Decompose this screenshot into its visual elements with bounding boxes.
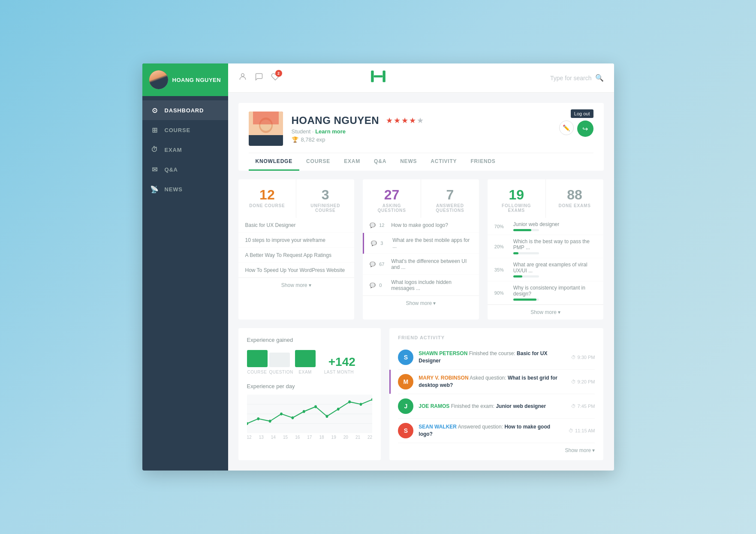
tab-knowledge[interactable]: KNOWLEDGE	[249, 153, 300, 171]
heart-icon[interactable]: 2	[271, 72, 280, 83]
sidebar-item-news[interactable]: 📡 NEWS	[142, 179, 228, 199]
exams-show-more[interactable]: Show more ▾	[488, 305, 604, 320]
friend-show-more[interactable]: Show more ▾	[398, 443, 595, 453]
sidebar-item-qa[interactable]: ✉ Q&A	[142, 160, 228, 179]
exams-list: 70% Junior web designer 20% Which is the…	[488, 218, 604, 305]
exp-per-day-title: Experience per day	[247, 383, 373, 389]
list-item: 20% Which is the best way to pass the PM…	[488, 235, 604, 258]
list-item: 💬 67 What's the difference between UI an…	[363, 254, 479, 275]
friend-subject: Junior web designer	[496, 403, 546, 409]
sidebar-item-dashboard[interactable]: ⊙ DASHBOARD	[142, 100, 228, 120]
sidebar-label-exam: EXAM	[165, 147, 182, 153]
sidebar-label-course: COURSE	[165, 127, 190, 133]
tab-friends[interactable]: FRIENDS	[464, 153, 502, 171]
exams-stat-header: 19 FOLLOWING EXAMS 88 DONE EXAMS	[488, 179, 604, 218]
done-exams-block: 88 DONE EXAMS	[546, 179, 604, 218]
svg-point-0	[241, 74, 244, 77]
questions-stat-card: 27 ASKING QUESTIONS 7 ANSWERED QUESTIONS…	[363, 179, 479, 320]
list-item: How To Speed Up Your WordPress Website	[238, 263, 355, 278]
comment-icon: 💬	[370, 283, 376, 288]
svg-point-17	[291, 416, 294, 419]
tab-activity[interactable]: ACTIVITY	[424, 153, 464, 171]
following-exams-label: FOLLOWING EXAMS	[494, 203, 539, 213]
sidebar: HOANG NGUYEN ⊙ DASHBOARD ⊞ COURSE ⏱ EXAM…	[142, 63, 228, 471]
exp-bar-question: QUESTION	[269, 353, 293, 374]
comment-icon: 💬	[370, 262, 376, 267]
profile-section: HOANG NGUYEN ★★★★★ Student · Learn more …	[238, 103, 604, 171]
stats-grid: 12 DONE COURSE 3 UNFINISHED COURSE Basic…	[238, 179, 604, 320]
logout-button[interactable]: ↪	[577, 121, 593, 137]
svg-rect-6	[249, 135, 283, 146]
star-rating: ★★★★★	[386, 116, 425, 125]
friend-name: SEAN WALKER	[419, 424, 457, 430]
done-exams-number: 88	[553, 188, 597, 202]
questions-list: 💬 12 How to make good logo? 💬 3 What are…	[363, 218, 479, 296]
friend-text: SHAWN PETERSON Finished the course: Basi…	[419, 350, 566, 365]
profile-info: HOANG NGUYEN ★★★★★ Student · Learn more …	[292, 115, 551, 143]
questions-show-more[interactable]: Show more ▾	[363, 296, 479, 311]
sidebar-label-qa: Q&A	[165, 166, 178, 173]
edit-button[interactable]: ✏️	[559, 121, 574, 135]
friend-name: SHAWN PETERSON	[419, 350, 467, 356]
exam-icon: ⏱	[151, 146, 159, 154]
sidebar-profile[interactable]: HOANG NGUYEN	[142, 63, 228, 96]
sidebar-label-dashboard: DASHBOARD	[165, 107, 204, 114]
sidebar-item-exam[interactable]: ⏱ EXAM	[142, 140, 228, 160]
exp-bar-exam: EXAM	[295, 350, 316, 374]
message-icon[interactable]	[255, 72, 263, 83]
done-course-block: 12 DONE COURSE	[238, 179, 297, 218]
bottom-grid: Experience gained COURSE QUESTION EXA	[238, 328, 604, 460]
list-item: 💬 12 How to make good logo?	[363, 218, 479, 233]
tab-exam[interactable]: EXAM	[337, 153, 367, 171]
qa-icon: ✉	[151, 166, 159, 173]
logout-tooltip: Log out	[571, 109, 593, 118]
course-show-more[interactable]: Show more ▾	[238, 278, 355, 293]
svg-point-18	[302, 410, 305, 413]
user-icon[interactable]	[238, 72, 247, 83]
tab-news[interactable]: NEWS	[393, 153, 424, 171]
sidebar-item-course[interactable]: ⊞ COURSE	[142, 120, 228, 140]
questions-stat-header: 27 ASKING QUESTIONS 7 ANSWERED QUESTIONS	[363, 179, 479, 218]
learn-more-link[interactable]: Learn more	[315, 128, 346, 135]
tab-qa[interactable]: Q&A	[367, 153, 393, 171]
list-item: 💬 3 What are the best mobile apps for ..…	[363, 233, 479, 254]
exp-bar-course: COURSE	[247, 350, 268, 374]
following-exams-block: 19 FOLLOWING EXAMS	[488, 179, 546, 218]
friend-item: J JOE RAMOS Finished the exam: Junior we…	[398, 394, 595, 419]
friend-time: ⏱ 9:30 PM	[571, 355, 595, 360]
profile-tabs: KNOWLEDGE COURSE EXAM Q&A NEWS ACTIVITY …	[249, 153, 593, 171]
search-icon[interactable]: 🔍	[595, 74, 604, 82]
sidebar-username: HOANG NGUYEN	[172, 77, 221, 83]
comment-icon: 💬	[371, 241, 377, 246]
svg-point-15	[268, 420, 271, 423]
notification-badge: 2	[275, 70, 282, 77]
course-stat-header: 12 DONE COURSE 3 UNFINISHED COURSE	[238, 179, 355, 218]
avatar	[149, 70, 168, 89]
friend-time: ⏱ 9:20 PM	[571, 379, 595, 384]
profile-avatar	[249, 112, 283, 146]
profile-header: HOANG NGUYEN ★★★★★ Student · Learn more …	[249, 112, 593, 153]
topbar-left: 2	[238, 72, 280, 83]
friend-activity-title: FRIEND ACTIVITY	[398, 335, 595, 340]
svg-point-19	[314, 405, 317, 408]
answered-questions-number: 7	[428, 188, 472, 202]
tab-course[interactable]: COURSE	[299, 153, 337, 171]
search-placeholder-text: Type for search	[550, 75, 592, 81]
friend-avatar: S	[398, 423, 413, 438]
friend-avatar: S	[398, 350, 413, 365]
news-icon: 📡	[151, 185, 159, 193]
friend-text: JOE RAMOS Finished the exam: Junior web …	[419, 403, 566, 410]
chart-area	[247, 395, 373, 433]
svg-rect-3	[373, 75, 383, 77]
list-item: A Better Way To Request App Ratings	[238, 248, 355, 263]
friend-item: S SEAN WALKER Answered question: How to …	[398, 419, 595, 443]
friend-avatar: M	[398, 374, 413, 389]
list-item: 35% What are great examples of viral UX/…	[488, 258, 604, 281]
list-item: 70% Junior web designer	[488, 218, 604, 235]
profile-role: Student · Learn more	[292, 128, 551, 135]
exp-per-day-section: Experience per day	[247, 383, 373, 440]
sidebar-label-news: NEWS	[165, 186, 183, 193]
asking-questions-label: ASKING QUESTIONS	[370, 203, 414, 213]
exams-stat-card: 19 FOLLOWING EXAMS 88 DONE EXAMS 70% Ju	[488, 179, 604, 320]
exp-last-month-label: LAST MONTH	[324, 370, 355, 374]
